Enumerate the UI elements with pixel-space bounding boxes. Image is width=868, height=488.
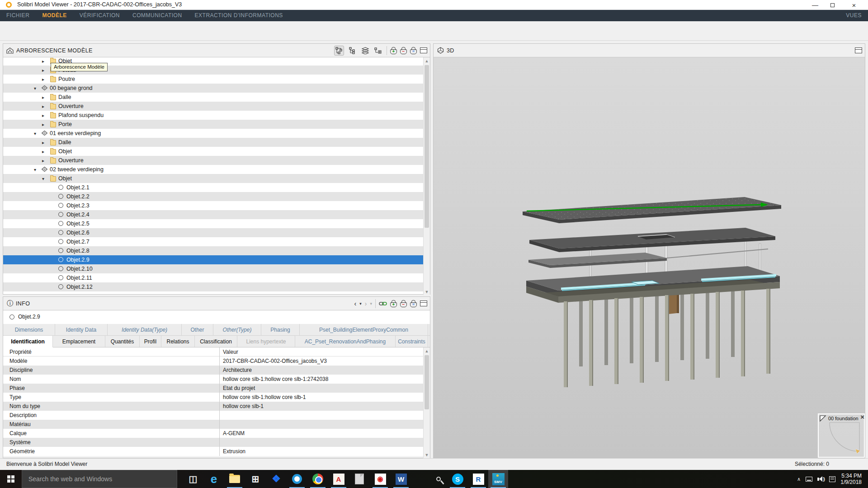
menu-communication[interactable]: COMMUNICATION [126,10,189,21]
basket-set-button[interactable]: ≡ [410,49,417,54]
start-button[interactable] [0,470,22,488]
expand-twisty-icon[interactable]: ▸ [42,149,44,154]
horizontal-scroll-strip[interactable] [3,456,423,458]
volume-icon[interactable]: )) [817,476,824,482]
chevron-down-icon[interactable]: ▾ [370,301,372,306]
taskbar-app-word[interactable]: W [391,470,411,488]
table-row[interactable]: Nom du typehollow core slb-1 [3,402,423,411]
tab-identity-data[interactable]: Identity Data [55,324,108,335]
table-row[interactable]: Matériau [3,420,423,429]
tab-identity-data-type-[interactable]: Identity Data(Type) [108,324,182,335]
tab-other-type-[interactable]: Other(Type) [213,324,261,335]
section-flag-icon[interactable] [820,415,826,422]
maximize-button[interactable] [825,0,840,10]
tree-view-layers-button[interactable] [360,46,370,56]
table-row[interactable]: Système [3,438,423,447]
action-center-icon[interactable] [829,476,835,482]
basket-remove-button[interactable]: − [400,302,407,307]
tree-item[interactable]: ▸Plafond suspendu [3,111,423,120]
expand-twisty-icon[interactable]: ▸ [42,59,44,64]
tab-phasing[interactable]: Phasing [261,324,300,335]
table-row[interactable]: Nomhollow core slb-1:hollow core slb-1:2… [3,375,423,384]
collapse-twisty-icon[interactable]: ▾ [34,167,36,172]
scroll-down-icon[interactable]: ▼ [424,288,430,295]
tree-item[interactable]: Objet.2.11 [3,273,423,282]
tab-identification[interactable]: Identification [3,336,53,347]
table-row[interactable]: Typehollow core slb-1:hollow core slb-1 [3,393,423,402]
expand-twisty-icon[interactable]: ▸ [42,122,44,127]
tree-item[interactable]: Objet.2.4 [3,210,423,219]
tree-item[interactable]: Objet.2.9 [3,255,423,264]
expand-twisty-icon[interactable]: ▸ [42,104,44,109]
tree-item[interactable]: Objet.2.2 [3,192,423,201]
tree-view-containment-button[interactable] [373,46,383,56]
tree-item[interactable]: ▸Dalle [3,138,423,147]
network-icon[interactable] [806,477,812,482]
tab-profil[interactable]: Profil [140,336,161,347]
tree-item[interactable]: Objet.2.1 [3,183,423,192]
table-row[interactable]: Modèle2017-CBR-CADAC-002-Offices_jacobs_… [3,357,423,366]
tree-item[interactable]: Objet.2.10 [3,264,423,273]
scroll-thumb[interactable] [425,355,429,409]
scroll-down-icon[interactable]: ▼ [424,451,430,458]
taskbar-app-blue-ring-app[interactable] [287,470,307,488]
table-row[interactable]: CalqueA-GENM [3,429,423,438]
basket-set-button[interactable]: ≡ [410,302,417,307]
viewport-3d[interactable]: 00 foundation × ▲ [434,57,865,458]
tree-item[interactable]: ▾02 tweede verdieping [3,165,423,174]
scroll-up-icon[interactable]: ▲ [424,347,430,354]
expand-twisty-icon[interactable]: ▸ [42,158,44,163]
tree-item[interactable]: Objet.2.5 [3,219,423,228]
scroll-up-icon[interactable]: ▲ [424,57,430,64]
floor-minimap[interactable]: 00 foundation × ▲ [818,413,865,458]
taskbar-app-notes[interactable] [349,470,369,488]
basket-add-button[interactable]: + [390,49,397,54]
tab-emplacement[interactable]: Emplacement [53,336,105,347]
minimize-button[interactable]: — [807,0,823,10]
tree-item[interactable]: ▸Dalle [3,93,423,102]
taskbar-app-file-explorer[interactable] [225,470,245,488]
close-button[interactable]: × [846,0,862,10]
tree-item[interactable]: ▸Ouverture [3,156,423,165]
tab-liens-hypertexte[interactable]: Liens hypertexte [237,336,295,347]
chevron-down-icon[interactable]: ▾ [359,301,362,306]
taskbar-app-dropbox[interactable]: ❖ [266,470,286,488]
tree-item[interactable]: Objet.2.6 [3,228,423,237]
model-tree[interactable]: ▸Objet▸Poteau▸Poutre▾00 begane grond▸Dal… [3,57,423,294]
taskbar-app-task-view[interactable]: ◫ [183,470,203,488]
taskbar-clock[interactable]: 5:34 PM 1/9/2018 [840,473,862,485]
taskbar-app-chrome[interactable] [308,470,328,488]
taskbar-app-keys[interactable] [429,470,448,488]
panel-layout-button[interactable] [420,47,427,53]
tree-item[interactable]: Objet.2.3 [3,201,423,210]
table-scrollbar[interactable]: ▲ ▼ [423,347,430,458]
taskbar-app-solibri-smv[interactable]: SMV [488,470,508,488]
tree-item[interactable]: Objet.2.8 [3,246,423,255]
table-row[interactable]: DisciplineArchitecture [3,366,423,375]
collapse-twisty-icon[interactable]: ▾ [34,131,36,136]
expand-twisty-icon[interactable]: ▸ [42,140,44,145]
panel-layout-button[interactable] [420,300,427,306]
tab-quantit-s[interactable]: Quantités [105,336,140,347]
basket-add-button[interactable]: + [390,302,397,307]
tree-item[interactable]: ▸Poutre [3,75,423,84]
tree-item[interactable]: ▾00 begane grond [3,84,423,93]
taskbar-app-store[interactable]: ⊞ [245,470,265,488]
tree-item[interactable]: ▾Objet [3,174,423,183]
tab-constraints[interactable]: Constraints [396,336,428,347]
tab-dimensions[interactable]: Dimensions [3,324,55,335]
expand-twisty-icon[interactable]: ▸ [42,95,44,100]
taskbar-app-pdf-reader[interactable]: ◉ [370,470,390,488]
menu-vues[interactable]: VUES [840,10,868,21]
tree-item[interactable]: ▸Ouverture [3,102,423,111]
tab-pset-buildingelementproxycommon[interactable]: Pset_BuildingElementProxyCommon [300,324,428,335]
tab-classification[interactable]: Classification [195,336,237,347]
tree-item[interactable]: ▾01 eerste verdieping [3,129,423,138]
chevron-up-icon[interactable]: ∧ [797,476,801,482]
taskbar-app-acrobat-a[interactable]: A [329,470,349,488]
history-back-button[interactable]: ‹ [354,300,357,307]
expand-twisty-icon[interactable]: ▸ [42,77,44,82]
expand-twisty-icon[interactable]: ▸ [42,113,44,118]
collapse-twisty-icon[interactable]: ▾ [42,176,44,181]
menu-modele[interactable]: MODÈLE [36,10,73,21]
